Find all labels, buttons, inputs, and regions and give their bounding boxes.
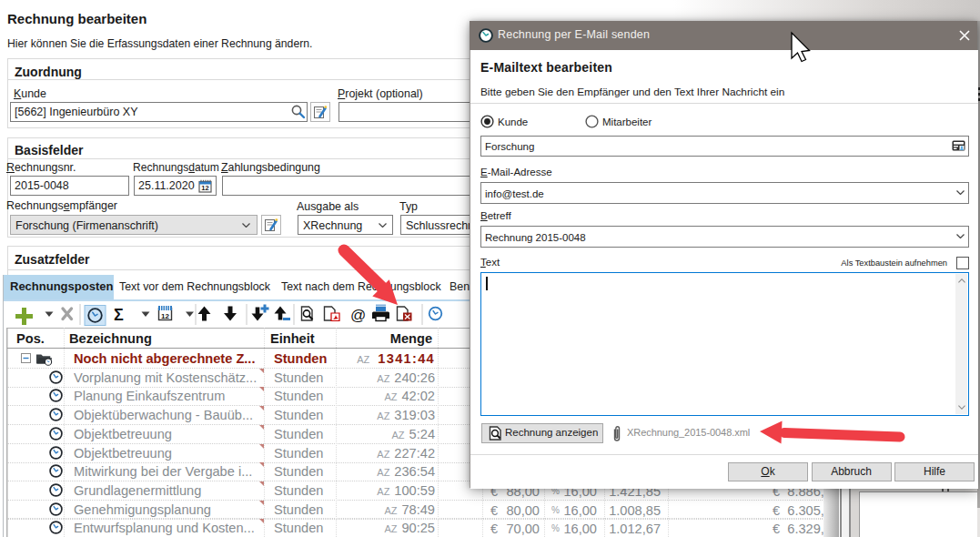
- svg-text:Σ: Σ: [114, 306, 124, 324]
- svg-text:12: 12: [161, 312, 169, 320]
- svg-text:@: @: [350, 307, 366, 324]
